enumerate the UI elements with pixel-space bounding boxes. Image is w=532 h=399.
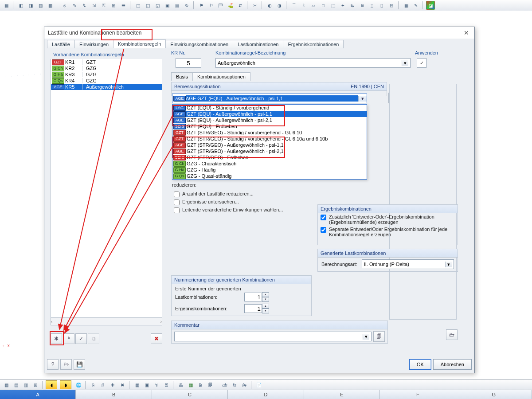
toolbar-button[interactable]: ab <box>220 380 229 389</box>
rules-list[interactable]: GZTKR1GZTG ChKR2GZGG HäKR3GZGG QsKR4GZGA… <box>51 59 162 317</box>
toolbar-button[interactable]: ⊞ <box>109 1 118 10</box>
toolbar-button[interactable]: ⚑ <box>197 1 206 10</box>
check-button[interactable]: ✓ <box>75 333 87 344</box>
dropdown-item[interactable]: LAGGZT (EQU) - Ständig / vorübergehend <box>172 105 367 111</box>
toolbar-button[interactable]: ▦ <box>2 380 11 389</box>
toolbar-button[interactable]: ⚐ <box>207 1 215 10</box>
toolbar-button[interactable]: ⇲ <box>90 1 98 10</box>
toolbar-button[interactable]: ◐ <box>265 1 274 10</box>
toolbar-button[interactable]: ✎ <box>411 1 420 10</box>
column-header[interactable]: C <box>152 390 228 399</box>
dropdown-item[interactable]: AGEGZT (STR/GEO) - Außergewöhnlich - psi… <box>172 142 367 148</box>
toolbar-button[interactable]: ☰ <box>119 1 128 10</box>
toolbar-button[interactable]: ⎋ <box>60 1 69 10</box>
dropdown-item[interactable]: G HäGZG - Häufig <box>172 167 367 173</box>
loadcomb-start-spinner[interactable]: ▴▾ <box>244 292 269 302</box>
toolbar-button[interactable]: ▩ <box>46 1 55 10</box>
toolbar-button[interactable]: ⛳ <box>226 1 235 10</box>
tab-lastfälle[interactable]: Lastfälle <box>47 40 75 48</box>
resultcomb-start-spinner[interactable]: ▴▾ <box>244 304 269 313</box>
toolbar-button[interactable]: ↹ <box>348 1 357 10</box>
dropdown-item[interactable]: AGEGZT (EQU) - Außergewöhnlich - psi-2,1 <box>172 117 367 123</box>
toolbar-button[interactable]: ⎙ <box>98 380 107 389</box>
tab-einwirkungskombinationen[interactable]: Einwirkungskombinationen <box>165 40 233 48</box>
new-rule-button[interactable]: ✱ <box>51 333 62 344</box>
toolbar-button[interactable]: ⊞ <box>31 380 40 389</box>
toolbar-button[interactable]: ⌇ <box>299 1 308 10</box>
toolbar-button[interactable]: 🗐 <box>206 380 215 389</box>
open-button[interactable]: 🗁 <box>60 359 72 370</box>
toolbar-button[interactable]: ▣ <box>142 380 151 389</box>
toolbar-button[interactable]: ⇵ <box>236 1 245 10</box>
dropdown-item[interactable]: G ChGZG - Charakteristisch <box>172 160 367 167</box>
dropdown-item[interactable]: GZTGZT (STR/GEO) - Ständig / vorübergehe… <box>172 136 367 142</box>
toolbar-button[interactable]: fx̶ <box>240 380 249 389</box>
rule-row[interactable]: GZTKR1GZT <box>51 59 162 65</box>
toolbar-button[interactable]: ▦ <box>402 1 411 10</box>
toolbar-button[interactable]: ◰ <box>133 1 142 10</box>
separate-either-or-checkbox[interactable]: Separate Entweder/Oder Ergebniskombinati… <box>318 226 458 238</box>
toolbar-button[interactable]: ✎ <box>70 1 79 10</box>
calc-type-select[interactable]: II. Ordnung (P-Delta) <box>362 259 454 269</box>
ok-button[interactable]: OK <box>409 359 431 370</box>
mode-indicator[interactable]: ◗ <box>60 380 71 389</box>
rules-scrollbar[interactable]: ‹› <box>51 317 162 325</box>
chevron-down-icon[interactable]: ▾ <box>358 96 367 102</box>
toolbar-button[interactable]: ✖ <box>118 380 127 389</box>
kr-nr-input[interactable] <box>176 58 201 68</box>
toolbar-button[interactable]: ▥ <box>21 380 30 389</box>
toolbar-button[interactable]: ↯ <box>80 1 89 10</box>
toolbar-button[interactable]: ✚ <box>108 380 117 389</box>
comment-pick-button[interactable]: 🗐 <box>373 331 385 342</box>
toolbar-button[interactable]: ▤ <box>172 1 181 10</box>
design-situation-combo[interactable]: AGE AGE GZT (EQU) - Außergewöhnlich - ps… <box>172 94 367 103</box>
rule-row[interactable]: G ChKR2GZG <box>51 65 162 71</box>
subtab-kombinationsoptionen[interactable]: Kombinationsoptionen <box>192 72 250 81</box>
dropdown-item[interactable]: SEISGZT (STR/GEO) - Erdbeben <box>172 154 367 160</box>
toolbar-button[interactable]: ⛿ <box>216 1 225 10</box>
design-situation-dropdown[interactable]: LAGGZT (EQU) - Ständig / vorübergehendAG… <box>172 104 367 180</box>
toolbar-button[interactable]: ◲ <box>153 1 162 10</box>
rule-row[interactable]: AGEKR5Außergewöhnlich <box>51 84 162 90</box>
toolbar-button[interactable]: ↻ <box>182 1 191 10</box>
apply-checkbox[interactable]: ✓ <box>417 58 426 68</box>
toolbar-button[interactable]: ◑ <box>275 1 284 10</box>
toolbar-button[interactable]: ▤ <box>12 380 20 389</box>
dropdown-item[interactable]: G QsGZG - Quasi-ständig <box>172 173 367 179</box>
toolbar-button[interactable]: ⌒ <box>289 1 298 10</box>
help-button[interactable]: ? <box>47 359 59 370</box>
toolbar-button[interactable]: ⌷ <box>377 1 386 10</box>
toolbar-button[interactable]: ⇱ <box>99 1 108 10</box>
subtab-basis[interactable]: Basis <box>171 72 193 81</box>
either-or-checkbox[interactable]: Zusätzlich 'Entweder-Oder'-Ergebniskombi… <box>318 213 458 226</box>
reduce-loadcases-checkbox[interactable]: Anzahl der Lastfälle reduzieren... <box>171 190 309 198</box>
toolbar-button[interactable]: 🗎 <box>196 380 205 389</box>
tab-kombinationsregeln[interactable]: Kombinationsregeln <box>113 39 166 48</box>
mode-indicator[interactable]: ◖ <box>46 380 57 389</box>
toolbar-button[interactable]: ▦ <box>2 1 11 10</box>
close-icon[interactable]: ✕ <box>462 28 471 37</box>
toolbar-button[interactable]: ≋ <box>358 1 367 10</box>
toolbar-button[interactable]: ↯ <box>152 380 161 389</box>
column-header[interactable]: A <box>0 390 76 399</box>
dialog-titlebar[interactable]: Lastfälle und Kombinationen bearbeiten ✕ <box>44 27 474 39</box>
toolbar-button[interactable]: ⬚ <box>329 1 337 10</box>
dropdown-item[interactable]: AGEGZT (STR/GEO) - Außergewöhnlich - psi… <box>172 148 367 154</box>
toolbar-button[interactable]: 🖶 <box>176 380 185 389</box>
toolbar-button[interactable]: ◨ <box>26 1 35 10</box>
leading-actions-checkbox[interactable]: Leitende veränderliche Einwirkungen wähl… <box>171 206 309 214</box>
dropdown-item[interactable]: GZTGZT (STR/GEO) - Ständig / vorübergehe… <box>172 129 367 136</box>
column-header[interactable]: G <box>456 390 532 399</box>
toolbar-button[interactable]: ⌓ <box>309 1 318 10</box>
tab-lastkombinationen[interactable]: Lastkombinationen <box>233 40 283 48</box>
toolbar-button[interactable]: ⌶ <box>368 1 376 10</box>
column-headers[interactable]: ABCDEFG <box>0 390 532 399</box>
toolbar-button[interactable]: fx <box>230 380 239 389</box>
toolbar-button[interactable]: ◱ <box>143 1 152 10</box>
rule-name-combo[interactable]: Außergewöhnlich <box>215 58 411 68</box>
comment-combo[interactable] <box>174 332 372 341</box>
save-button[interactable]: 💾 <box>74 359 85 370</box>
toolbar-button[interactable]: ⎘ <box>89 380 98 389</box>
toolbar-button[interactable]: ◪ <box>426 1 435 10</box>
toolbar-button[interactable]: ▦ <box>133 380 141 389</box>
